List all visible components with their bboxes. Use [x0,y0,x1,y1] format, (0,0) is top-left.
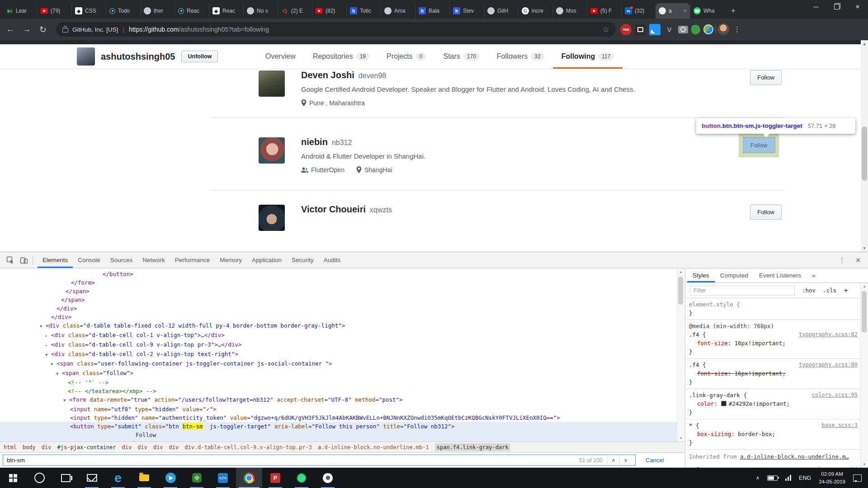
follow-button[interactable]: Follow [750,205,782,220]
code-line[interactable]: ▼<form data-remote="true" action="/users… [0,395,684,405]
devtools-close-icon[interactable]: ✕ [855,257,861,264]
browser-tab[interactable]: Gincre [518,3,552,19]
cortana-icon[interactable] [26,468,52,488]
styles-rules[interactable]: element.style {}@media (min-width: 768px… [685,298,860,468]
breadcrumb-item[interactable]: div [169,444,179,450]
code-line[interactable]: </div> [0,304,684,313]
breadcrumb-item[interactable]: div [42,444,52,450]
css-property[interactable]: font-size: 16px!important; [689,369,858,378]
styles-tab-»[interactable]: » [807,268,821,282]
code-line[interactable]: <!-- </textarea></xmp> --> [0,387,684,395]
file-explorer-icon[interactable] [131,468,157,488]
devtools-tab-memory[interactable]: Memory [215,252,247,268]
breadcrumb-item[interactable]: div.d-table-cell.col-9.v-align-top.pr-3 [184,444,312,450]
style-rule[interactable]: typography.scss:80.f4 {font-size: 16px!i… [685,359,860,389]
messaging-app-icon[interactable] [157,468,184,488]
new-style-rule-button[interactable]: + [844,286,848,295]
search-next-button[interactable]: ∨ [619,455,632,465]
browser-tab[interactable]: GitH [484,3,518,19]
search-cancel-button[interactable]: Cancel [646,457,664,464]
devtools-menu-icon[interactable]: ⋮ [839,256,845,264]
camera-extension-icon[interactable] [678,26,688,33]
styles-tab-computed[interactable]: Computed [715,268,754,282]
search-input[interactable]: btn-sm 51 of 100 ∧ ∨ [3,455,636,466]
dom-tree[interactable]: </button></form></span></span></div></di… [0,268,684,441]
back-button[interactable]: ← [4,23,17,36]
browser-tab[interactable]: Q(2) E [278,3,312,19]
code-line[interactable]: ▸<div class="d-table-cell col-9 v-align-… [0,340,684,350]
breadcrumb-item[interactable]: #js-pjax-container [57,444,116,450]
browser-tab[interactable]: No s [243,3,278,19]
code-line[interactable]: </form> [0,278,684,287]
user-login[interactable]: deven98 [359,72,386,80]
css-property[interactable]: color: #24292e!important; [689,399,858,408]
devtools-tab-console[interactable]: Console [73,252,105,268]
user-avatar[interactable] [259,70,285,97]
code-line[interactable]: ▼<span class="user-following-container j… [0,359,684,369]
user-name[interactable]: niebin [301,137,328,147]
scrollbar-thumb[interactable] [678,277,683,305]
user-login[interactable]: nb312 [332,139,352,146]
browser-profile-avatar[interactable] [717,23,729,35]
devtools-tab-performance[interactable]: Performance [170,252,215,268]
battery-icon[interactable] [767,475,778,481]
elements-scrollbar[interactable]: ▲ ▼ [677,268,684,441]
follow-button-inspected[interactable]: Follow [743,137,775,153]
vscode-app-icon[interactable]: </> [210,468,236,488]
browser-tab[interactable]: a× [656,3,690,19]
scroll-up-icon[interactable]: ▲ [861,283,868,290]
stylesheet-link[interactable]: typography.scss:80 [799,361,858,369]
browser-tab[interactable]: Mos [552,3,587,19]
code-line[interactable]: </span> [0,296,684,304]
inspect-element-icon[interactable] [6,256,14,264]
white-circle-app-icon[interactable] [315,468,341,488]
green-extension-icon[interactable] [691,25,700,34]
language-indicator[interactable]: ENG [799,475,811,481]
style-rule[interactable]: element.style {} [685,298,860,320]
style-rule[interactable]: base.scss:3* {box-sizing: border-box;} [685,419,860,450]
code-line[interactable]: <!-- '"` --> [0,378,684,387]
breadcrumb-item[interactable]: body [23,444,36,450]
tab-followers[interactable]: Followers32 [488,44,553,69]
tab-following[interactable]: Following117 [553,44,623,69]
breadcrumb-item[interactable]: span.f4.link-gray-dark [435,443,510,451]
inherited-from-link[interactable]: a.d-inline-block.no-underline.m… [740,453,849,460]
code-line[interactable]: ▼<div class="d-table table-fixed col-12 … [0,321,684,331]
profile-username[interactable]: ashutoshsingh05 [101,52,175,62]
devtools-tab-application[interactable]: Application [247,252,287,268]
breadcrumb-item[interactable]: html [4,444,17,450]
user-name[interactable]: Victor Choueiri [301,204,366,214]
idm-extension-icon[interactable] [703,24,713,34]
style-rule[interactable]: @media (min-width: 768px)typography.scss… [685,320,860,359]
tab-overview[interactable]: Overview [257,44,304,69]
taskbar-clock[interactable]: 02:09 AM 24-05-2019 [819,470,845,485]
browser-tab[interactable]: ◆CSS [71,3,106,19]
stylesheet-link[interactable]: base.scss:3 [822,421,858,430]
action-center-icon[interactable] [853,474,862,482]
breadcrumb-item[interactable]: div [153,444,163,450]
mail-app-icon[interactable] [79,468,105,488]
devtools-tab-elements[interactable]: Elements [38,252,73,268]
network-icon[interactable] [785,475,791,481]
breadcrumb-item[interactable]: div [137,444,147,450]
minimize-button[interactable]: — [806,0,826,14]
maximize-button[interactable] [826,0,847,14]
frame-extension-icon[interactable] [635,24,646,35]
search-prev-button[interactable]: ∧ [607,455,619,465]
reload-button[interactable]: ↻ [36,23,50,36]
tray-expand-icon[interactable]: ∧ [756,475,760,481]
devtools-tab-audits[interactable]: Audits [319,252,346,268]
tab-stars[interactable]: Stars170 [434,44,488,69]
profile-avatar[interactable] [77,47,95,66]
browser-tab[interactable]: hBala [415,3,449,19]
browser-tab[interactable]: ther [140,3,175,19]
css-property[interactable]: font-size: 16px!important; [689,339,858,347]
stylesheet-link[interactable]: typography.scss:82 [799,330,858,339]
user-avatar[interactable] [259,137,285,164]
user-avatar[interactable] [259,205,285,231]
browser-tab[interactable]: Todo [106,3,140,19]
color-swatch-icon[interactable] [721,401,726,406]
page-scrollbar[interactable]: ▲ ▼ [861,40,868,252]
v-ext-extension-icon[interactable]: V [664,24,675,35]
unfollow-button[interactable]: Unfollow [181,51,218,62]
